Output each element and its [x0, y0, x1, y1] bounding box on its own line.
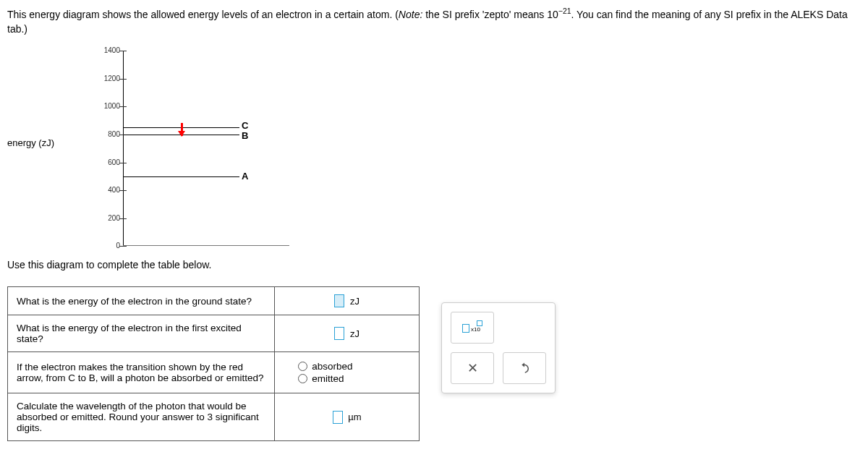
sci-x10-label: x10 [471, 326, 480, 333]
q4-input[interactable] [333, 411, 343, 424]
energy-diagram: energy (zJ) 1400 1200 1000 800 600 400 2… [7, 43, 297, 253]
q3-text: If the electron makes the transition sho… [8, 352, 275, 393]
q4-unit: µm [348, 412, 361, 422]
tick-200: 200 [98, 214, 120, 222]
intro-exp: −21 [558, 7, 571, 15]
intro-text: This energy diagram shows the allowed en… [7, 6, 861, 36]
table-row: Calculate the wavelength of the photon t… [8, 393, 420, 441]
clear-button[interactable]: ✕ [451, 352, 494, 384]
tickmark [119, 246, 127, 247]
radio-emitted-label: emitted [312, 373, 344, 384]
tick-0: 0 [98, 242, 120, 250]
plot-area: C B A [124, 51, 297, 246]
sci-notation-button[interactable]: x10 [451, 312, 494, 344]
q1-input[interactable] [334, 294, 344, 307]
tick-1400: 1400 [98, 46, 120, 54]
q1-text: What is the energy of the electron in th… [8, 287, 275, 315]
intro-note-label: Note: [399, 9, 422, 20]
table-row: If the electron makes the transition sho… [8, 352, 420, 393]
close-icon: ✕ [467, 360, 478, 376]
q2-text: What is the energy of the electron in th… [8, 315, 275, 352]
q1-unit: zJ [350, 296, 359, 307]
keypad-popover: x10 ✕ [441, 302, 556, 393]
sci-notation-icon: x10 [462, 320, 482, 335]
q1-answer-cell: zJ [275, 287, 420, 315]
intro-part1: This energy diagram shows the allowed en… [7, 9, 399, 20]
q2-unit: zJ [350, 328, 359, 339]
tick-600: 600 [98, 158, 120, 166]
radio-circle-icon [298, 362, 307, 371]
undo-icon [518, 362, 531, 375]
q2-answer-cell: zJ [275, 315, 420, 352]
radio-absorbed-label: absorbed [312, 361, 352, 372]
reset-button[interactable] [503, 352, 546, 384]
q2-input[interactable] [334, 327, 344, 340]
radio-absorbed[interactable]: absorbed [284, 361, 410, 372]
level-a-label: A [242, 171, 248, 182]
level-a [124, 176, 239, 177]
y-axis-label: energy (zJ) [7, 137, 54, 148]
tick-1000: 1000 [98, 102, 120, 110]
table-row: What is the energy of the electron in th… [8, 287, 420, 315]
table-row: What is the energy of the electron in th… [8, 315, 420, 352]
q4-text: Calculate the wavelength of the photon t… [8, 393, 275, 441]
intro-part2: the SI prefix 'zepto' means [422, 9, 547, 20]
q3-answer-cell: absorbed emitted [275, 352, 420, 393]
tick-1200: 1200 [98, 74, 120, 82]
tick-800: 800 [98, 130, 120, 138]
q4-answer-cell: µm [275, 393, 420, 441]
radio-emitted[interactable]: emitted [284, 373, 410, 384]
radio-circle-icon [298, 374, 307, 383]
question-table: What is the energy of the electron in th… [7, 286, 420, 441]
subheading: Use this diagram to complete the table b… [7, 259, 861, 270]
tick-400: 400 [98, 186, 120, 194]
level-b-label: B [242, 130, 248, 141]
level-c-label: C [242, 120, 248, 131]
intro-base: 10 [547, 9, 558, 20]
